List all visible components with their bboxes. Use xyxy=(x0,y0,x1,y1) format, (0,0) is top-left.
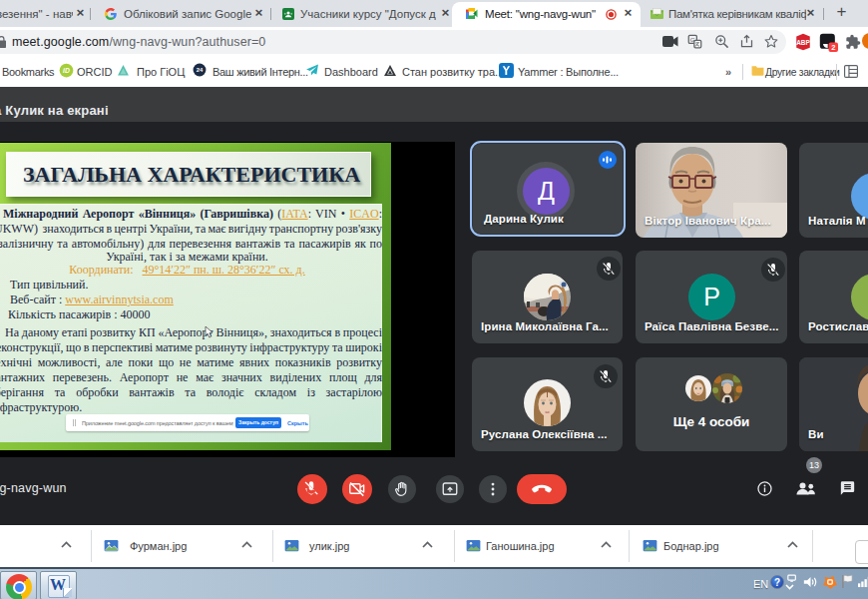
svg-text:2: 2 xyxy=(831,43,835,52)
svg-text:iD: iD xyxy=(63,67,70,74)
svg-text:24: 24 xyxy=(197,67,204,73)
svg-text:G: G xyxy=(690,36,695,43)
svg-text:ABP: ABP xyxy=(796,39,810,46)
